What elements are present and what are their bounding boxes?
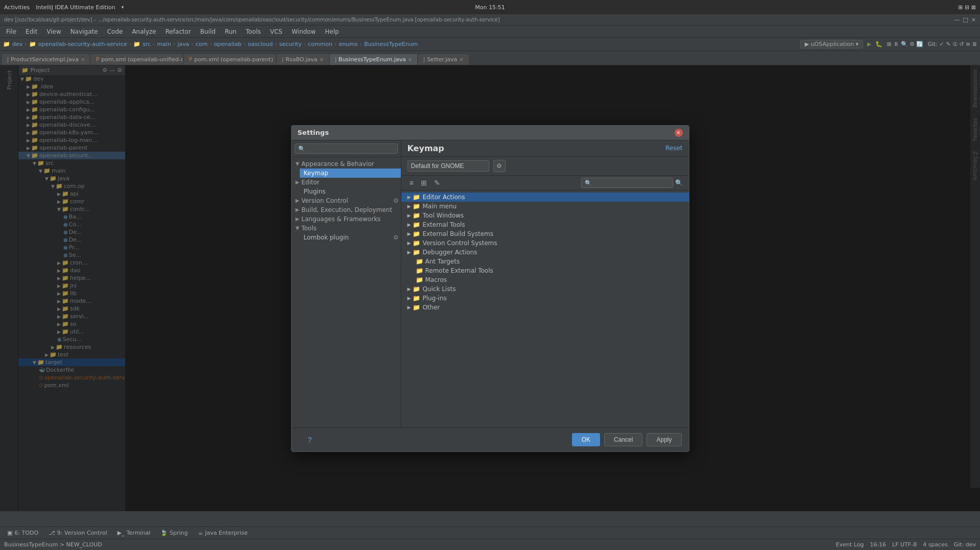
settings-node-tools[interactable]: ▼ Tools <box>292 224 401 233</box>
activities-label[interactable]: Activities <box>4 4 30 11</box>
tab-pom1[interactable]: P pom.xml (openailab-unified-open-servic… <box>91 54 183 65</box>
menu-refactor[interactable]: Refactor <box>161 27 195 36</box>
nav-common[interactable]: common <box>308 41 332 47</box>
nav-openailab[interactable]: openailab <box>214 41 242 47</box>
edit-shortcut-button[interactable]: ✎ <box>432 178 442 188</box>
nav-service[interactable]: openailab-security-auth-service <box>38 41 127 47</box>
settings-node-plugins[interactable]: Plugins <box>300 187 401 196</box>
bottom-tab-todo[interactable]: ▣ 6: TODO <box>2 529 43 537</box>
menu-code[interactable]: Code <box>103 27 127 36</box>
action-search-input[interactable] <box>581 178 673 188</box>
nav-com[interactable]: com <box>196 41 208 47</box>
settings-node-editor[interactable]: ▶ Editor <box>292 178 401 187</box>
action-debugger[interactable]: ▶ 📁 Debugger Actions <box>401 248 689 257</box>
bottom-tab-terminal[interactable]: ▶_ Terminal <box>112 529 155 537</box>
tab-close-5[interactable]: × <box>408 57 412 62</box>
sort-button[interactable]: ≡ <box>408 178 416 188</box>
nav-run-btn[interactable]: ▶ <box>867 41 871 47</box>
spring-icon: 🍃 <box>160 530 168 536</box>
tab-close-4[interactable]: × <box>320 57 324 62</box>
settings-node-keymap[interactable]: Keymap <box>300 169 401 178</box>
nav-main[interactable]: main <box>157 41 171 47</box>
vc-gear-icon[interactable]: ⚙ <box>393 197 399 204</box>
arrow-editor: ▶ <box>296 179 300 185</box>
expand-all-button[interactable]: ⊞ <box>419 178 429 188</box>
nav-run-config[interactable]: ▶ uOSApplication ▾ <box>800 40 863 49</box>
action-plugins[interactable]: ▶ 📁 Plug-ins <box>401 294 689 303</box>
nav-enums[interactable]: enums <box>339 41 357 47</box>
settings-search-input[interactable] <box>295 144 398 154</box>
action-other[interactable]: ▶ 📁 Other <box>401 303 689 312</box>
cancel-button[interactable]: Cancel <box>604 433 642 446</box>
search-submit-icon[interactable]: 🔍 <box>675 179 683 186</box>
menu-vcs[interactable]: VCS <box>266 27 286 36</box>
settings-node-versioncontrol[interactable]: ▶ Version Control ⚙ <box>292 196 401 205</box>
status-git-branch[interactable]: Git: dev <box>954 541 976 548</box>
menu-file[interactable]: File <box>2 27 20 36</box>
bottom-tab-java-enterprise[interactable]: ☕ Java Enterprise <box>193 529 253 537</box>
action-main-menu[interactable]: ▶ 📁 Main menu <box>401 202 689 211</box>
maximize-btn[interactable]: □ <box>963 16 968 23</box>
window-controls[interactable]: — □ × <box>954 16 976 23</box>
tab-close-3[interactable]: × <box>275 57 276 62</box>
app-arrow[interactable]: ▾ <box>122 5 124 10</box>
event-log-btn[interactable]: Event Log <box>836 541 864 548</box>
nav-businesstypeenum[interactable]: BusinessTypeEnum <box>364 41 418 47</box>
nav-security[interactable]: security <box>279 41 302 47</box>
tab-pom2[interactable]: P pom.xml (openailab-parent) × <box>184 54 276 65</box>
bottom-tab-versioncontrol[interactable]: ⎇ 9: Version Control <box>43 529 112 537</box>
tab-close-6[interactable]: × <box>459 57 463 62</box>
nav-src[interactable]: src <box>142 41 151 47</box>
action-macros[interactable]: 📁 Macros <box>401 275 689 284</box>
nav-java[interactable]: java <box>178 41 189 47</box>
menu-run[interactable]: Run <box>221 27 241 36</box>
menu-view[interactable]: View <box>42 27 65 36</box>
action-remote-tools[interactable]: 📁 Remote External Tools <box>401 266 689 275</box>
settings-node-lombok[interactable]: Lombok plugin ⚙ <box>300 233 401 242</box>
nav-dev[interactable]: dev <box>12 41 22 47</box>
sys-icons[interactable]: ⊞ ⊟ ⊠ <box>958 4 976 11</box>
dialog-close-button[interactable]: × <box>675 129 683 137</box>
action-external-build[interactable]: ▶ 📁 External Build Systems <box>401 229 689 238</box>
keymap-gear-button[interactable]: ⚙ <box>493 160 506 172</box>
lombok-label: Lombok plugin <box>304 234 349 241</box>
settings-node-build[interactable]: ▶ Build, Execution, Deployment <box>292 205 401 214</box>
close-btn[interactable]: × <box>971 16 976 23</box>
lombok-gear-icon[interactable]: ⚙ <box>393 234 399 241</box>
action-editor-actions[interactable]: ▶ 📁 Editor Actions <box>401 193 689 202</box>
reset-link[interactable]: Reset <box>665 145 683 152</box>
menu-edit[interactable]: Edit <box>21 27 41 36</box>
menu-window[interactable]: Window <box>288 27 320 36</box>
tab-close-1[interactable]: × <box>81 57 85 62</box>
menu-tools[interactable]: Tools <box>242 27 265 36</box>
nav-more-btns[interactable]: ⊞ ⏸ 🔍 ⚙ 🔄 <box>887 41 923 47</box>
minimize-btn[interactable]: — <box>954 16 960 23</box>
arrow-tools: ▼ <box>296 225 300 231</box>
menu-build[interactable]: Build <box>196 27 220 36</box>
nav-debug-btn[interactable]: 🐛 <box>875 41 882 47</box>
menu-analyze[interactable]: Analyze <box>128 27 160 36</box>
tab-productserviceimpl[interactable]: J ProductServiceImpl.java × <box>2 54 90 65</box>
tab-rsabo[interactable]: J RsaBO.java × <box>277 54 329 65</box>
tab-setter[interactable]: J Setter.java × <box>418 54 469 65</box>
action-vcs-systems[interactable]: ▶ 📁 Version Control Systems <box>401 238 689 248</box>
gear-icon: ⚙ <box>496 162 502 170</box>
folder-macros-icon: 📁 <box>416 276 423 283</box>
action-quick-lists[interactable]: ▶ 📁 Quick Lists <box>401 284 689 294</box>
settings-node-appearance[interactable]: ▼ Appearance & Behavior <box>292 159 401 169</box>
nav-oascloud[interactable]: oascloud <box>248 41 273 47</box>
menu-navigate[interactable]: Navigate <box>66 27 102 36</box>
menu-help[interactable]: Help <box>321 27 343 36</box>
keymap-select[interactable]: Default for GNOME Eclipse Emacs NetBeans <box>408 160 489 172</box>
action-ant-targets[interactable]: 📁 Ant Targets <box>401 257 689 266</box>
ok-button[interactable]: OK <box>572 433 600 446</box>
app-name[interactable]: IntelliJ IDEA Ultimate Edition <box>36 4 115 11</box>
tab-businesstypeenum[interactable]: J BusinessTypeEnum.java × <box>330 54 417 65</box>
apply-button[interactable]: Apply <box>647 433 681 446</box>
action-tool-windows[interactable]: ▶ 📁 Tool Windows <box>401 211 689 220</box>
action-external-tools[interactable]: ▶ 📁 External Tools <box>401 220 689 229</box>
settings-tree: ▼ Appearance & Behavior Keymap ▶ Editor <box>292 157 401 427</box>
help-button[interactable]: ? <box>299 433 321 446</box>
bottom-tab-spring[interactable]: 🍃 Spring <box>155 529 193 537</box>
settings-node-languages[interactable]: ▶ Languages & Frameworks <box>292 214 401 224</box>
